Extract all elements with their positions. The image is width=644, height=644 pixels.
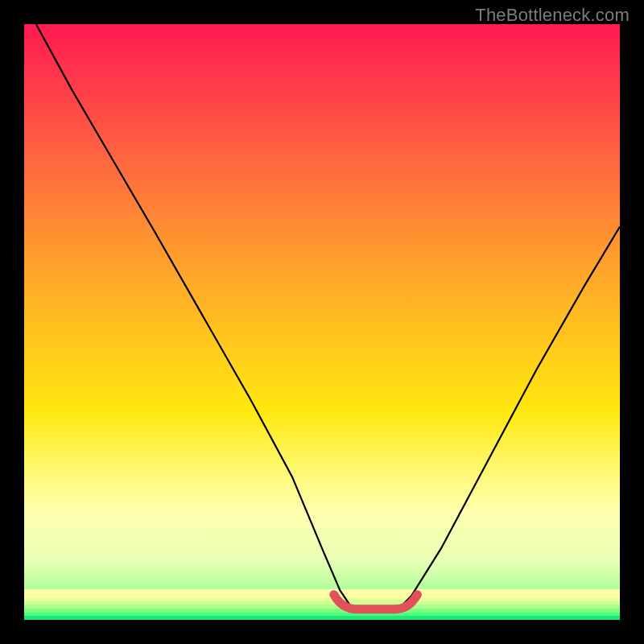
chart-frame: TheBottleneck.com: [0, 0, 644, 644]
plot-area: [24, 24, 620, 620]
optimal-region-marker: [24, 24, 620, 620]
attribution-label: TheBottleneck.com: [475, 5, 630, 26]
